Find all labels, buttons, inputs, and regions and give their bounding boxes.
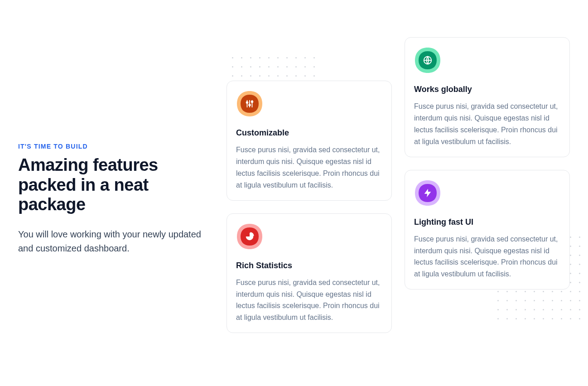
svg-point-5 <box>251 101 253 103</box>
eyebrow-label: IT'S TIME TO BUILD <box>18 143 208 150</box>
bolt-icon <box>414 179 441 207</box>
pie-chart-icon <box>236 223 263 250</box>
svg-point-1 <box>246 101 248 103</box>
feature-title: Customizable <box>236 128 382 138</box>
feature-card-global: Works globally Fusce purus nisi, gravida… <box>405 37 570 157</box>
svg-point-3 <box>249 104 251 106</box>
feature-card-fast: Lighting fast UI Fusce purus nisi, gravi… <box>405 170 570 290</box>
feature-title: Rich Statistics <box>236 261 382 270</box>
section-headline: Amazing features packed in a neat packag… <box>18 155 208 215</box>
feature-card-customizable: Customizable Fusce purus nisi, gravida s… <box>227 81 392 201</box>
features-intro: IT'S TIME TO BUILD Amazing features pack… <box>18 0 208 333</box>
feature-text: Fusce purus nisi, gravida sed consectetu… <box>236 277 382 324</box>
feature-card-statistics: Rich Statistics Fusce purus nisi, gravid… <box>227 213 392 333</box>
section-subhead: You will love working with your newly up… <box>18 227 208 256</box>
feature-text: Fusce purus nisi, gravida sed consectetu… <box>414 101 560 148</box>
feature-title: Works globally <box>414 85 560 94</box>
feature-text: Fusce purus nisi, gravida sed consectetu… <box>236 144 382 191</box>
globe-icon <box>414 47 441 74</box>
features-column-b: Works globally Fusce purus nisi, gravida… <box>405 0 570 333</box>
features-grid: Customizable Fusce purus nisi, gravida s… <box>227 0 570 333</box>
features-column-a: Customizable Fusce purus nisi, gravida s… <box>227 0 392 333</box>
feature-text: Fusce purus nisi, gravida sed consectetu… <box>414 233 560 280</box>
feature-title: Lighting fast UI <box>414 217 560 227</box>
features-section: IT'S TIME TO BUILD Amazing features pack… <box>0 0 588 333</box>
sliders-icon <box>236 90 263 117</box>
